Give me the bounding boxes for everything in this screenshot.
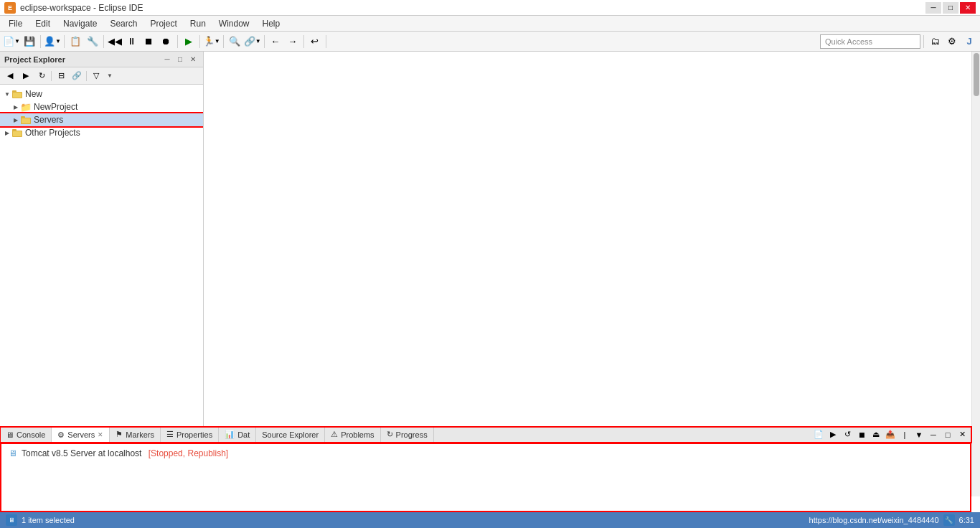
menu-help[interactable]: Help xyxy=(257,16,286,31)
prev-button[interactable]: ◀◀ xyxy=(107,34,123,50)
menu-run[interactable]: Run xyxy=(184,16,212,31)
bp-view-menu-btn[interactable]: ▼ xyxy=(913,428,925,441)
tab-data[interactable]: 📊 Dat xyxy=(219,427,256,442)
server-list-item[interactable]: 🖥 Tomcat v8.5 Server at localhost [Stopp… xyxy=(6,446,966,461)
folder-icon-other xyxy=(11,127,23,138)
persp-settings[interactable]: ⚙ xyxy=(944,34,960,50)
minimize-button[interactable]: ─ xyxy=(925,2,941,14)
cmd-button[interactable]: 🔧 xyxy=(85,34,100,50)
pause-button[interactable]: ⏸ xyxy=(124,34,140,50)
status-icon-right[interactable]: 🔧 xyxy=(943,514,955,526)
back-button[interactable]: ← xyxy=(268,34,283,50)
fwd-exp-btn[interactable]: ▶ xyxy=(19,69,33,83)
bp-minimize-btn[interactable]: ─ xyxy=(927,428,940,441)
persp-java[interactable]: J xyxy=(961,34,977,50)
servers-close-icon[interactable]: ✕ xyxy=(98,431,103,438)
menu-file[interactable]: File xyxy=(3,16,28,31)
person-button-group[interactable]: 👤 ▼ xyxy=(44,34,61,50)
person-button[interactable]: 👤 xyxy=(44,34,55,50)
tab-properties[interactable]: ☰ Properties xyxy=(161,427,219,442)
separator-3 xyxy=(103,35,104,48)
save-button[interactable]: 💾 xyxy=(22,34,37,50)
panel-title: Project Explorer xyxy=(4,55,65,64)
menu-navigate[interactable]: Navigate xyxy=(57,16,103,31)
server-status-icon: 🖥 xyxy=(9,448,17,458)
bp-disconnect-btn[interactable]: ⏏ xyxy=(870,428,882,441)
stop-button[interactable]: ⏹ xyxy=(141,34,157,50)
bp-start-btn[interactable]: ▶ xyxy=(826,428,839,441)
open-persp-button-2[interactable]: 🗂 xyxy=(927,34,943,50)
tab-problems-label: Problems xyxy=(341,430,374,439)
progress-icon: ↻ xyxy=(387,430,393,439)
panel-close[interactable]: ✕ xyxy=(187,54,199,65)
open-persp-button[interactable]: 📋 xyxy=(67,34,83,50)
back-exp-btn[interactable]: ◀ xyxy=(3,69,17,83)
new-button-group[interactable]: 📄 ▼ xyxy=(3,34,20,50)
svg-rect-1 xyxy=(12,90,17,93)
quick-access-input[interactable]: Quick Access xyxy=(820,34,920,49)
panel-header: Project Explorer ─ □ ✕ xyxy=(0,52,203,67)
separator-4 xyxy=(177,35,178,48)
bp-new-server-btn[interactable]: 📄 xyxy=(812,428,825,441)
tab-source-label: Source Explorer xyxy=(262,430,319,439)
link-editor-btn[interactable]: 🔗 xyxy=(70,69,84,83)
search-btn[interactable]: 🔍 xyxy=(227,34,242,50)
new-dropdown[interactable]: ▼ xyxy=(14,38,20,44)
status-url: https://blog.csdn.net/weixin_4484440 xyxy=(809,516,939,524)
run-config-button[interactable]: 🏃 xyxy=(203,34,215,50)
person-dropdown[interactable]: ▼ xyxy=(55,38,61,44)
tree-item-other-projects[interactable]: ▶ Other Projects xyxy=(0,126,203,139)
refresh-exp-btn[interactable]: ↻ xyxy=(34,69,49,83)
last-edit-button[interactable]: ↩ xyxy=(307,34,323,50)
status-time: 6:31 xyxy=(959,516,974,524)
tree-item-servers[interactable]: ▶ Servers xyxy=(0,113,203,126)
tab-markers[interactable]: ⚑ Markers xyxy=(110,427,161,442)
tab-progress[interactable]: ↻ Progress xyxy=(381,427,434,442)
menu-edit[interactable]: Edit xyxy=(29,16,56,31)
status-icon-left[interactable]: 🖥 xyxy=(6,514,17,526)
filter-btn[interactable]: ▽ xyxy=(89,69,103,83)
bp-close-btn[interactable]: ✕ xyxy=(956,428,969,441)
nav-dropdown[interactable]: ▼ xyxy=(255,38,261,44)
bp-maximize-btn[interactable]: □ xyxy=(941,428,954,441)
tab-problems[interactable]: ⚠ Problems xyxy=(325,427,380,442)
panel-maximize[interactable]: □ xyxy=(174,54,186,65)
tree-item-new[interactable]: ▼ New xyxy=(0,88,203,100)
menu-search[interactable]: Search xyxy=(104,16,143,31)
run-config-dropdown[interactable]: ▼ xyxy=(215,38,220,44)
new-button[interactable]: 📄 xyxy=(3,34,14,50)
close-button[interactable]: ✕ xyxy=(960,2,976,14)
fwd-button[interactable]: → xyxy=(285,34,301,50)
bottom-content: 🖥 Tomcat v8.5 Server at localhost [Stopp… xyxy=(0,443,971,512)
tab-markers-label: Markers xyxy=(126,430,154,439)
maximize-button[interactable]: □ xyxy=(943,2,958,14)
bottom-panel: 🖥 Console ⚙ Servers ✕ ⚑ Markers ☰ Proper… xyxy=(0,426,971,512)
collapse-all-btn[interactable]: ⊟ xyxy=(54,69,68,83)
nav-button[interactable]: 🔗 xyxy=(244,34,255,50)
exp-sep-1 xyxy=(51,71,52,81)
exp-sep-2 xyxy=(86,71,87,81)
tab-source-explorer[interactable]: Source Explorer xyxy=(256,427,325,442)
run-config-group[interactable]: 🏃 ▼ xyxy=(203,34,220,50)
bp-publish-btn[interactable]: 📤 xyxy=(884,428,897,441)
menu-window[interactable]: Window xyxy=(213,16,255,31)
separator-2 xyxy=(64,35,65,48)
arrow-servers: ▶ xyxy=(11,116,20,124)
tab-data-label: Dat xyxy=(237,430,250,439)
disc-button[interactable]: ⏺ xyxy=(159,34,174,50)
view-menu-btn[interactable]: ▼ xyxy=(105,69,115,83)
tab-console-label: Console xyxy=(17,430,45,439)
panel-minimize[interactable]: ─ xyxy=(161,54,173,65)
bp-restart-btn[interactable]: ↺ xyxy=(841,428,854,441)
bp-stop-btn[interactable]: ⏹ xyxy=(855,428,868,441)
separator-8 xyxy=(303,35,304,48)
arrow-newproject: ▶ xyxy=(11,103,20,111)
server-status: [Stopped, Republish] xyxy=(146,448,228,458)
tab-servers[interactable]: ⚙ Servers ✕ xyxy=(52,427,110,442)
scrollbar-right[interactable] xyxy=(971,52,980,496)
tree-item-newproject[interactable]: ▶ 📁 NewProject xyxy=(0,100,203,113)
tab-console[interactable]: 🖥 Console xyxy=(0,427,52,442)
nav-group[interactable]: 🔗 ▼ xyxy=(244,34,261,50)
menu-project[interactable]: Project xyxy=(144,16,182,31)
run-button[interactable]: ▶ xyxy=(181,34,197,50)
